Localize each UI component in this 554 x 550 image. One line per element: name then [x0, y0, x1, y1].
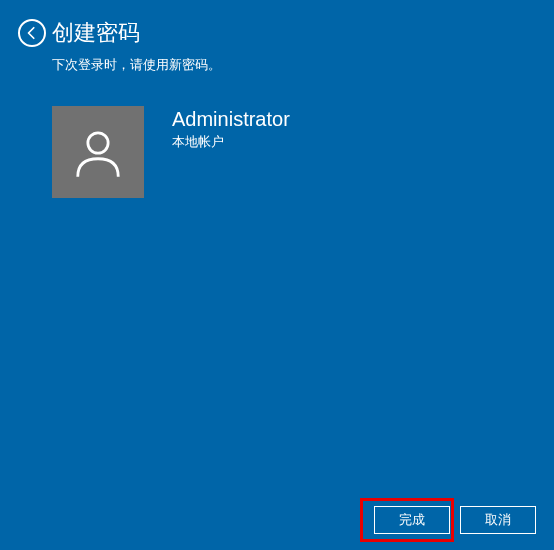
account-name: Administrator — [172, 108, 290, 131]
cancel-button[interactable]: 取消 — [460, 506, 536, 534]
account-type: 本地帐户 — [172, 133, 290, 151]
page-subtitle: 下次登录时，请使用新密码。 — [0, 56, 554, 74]
back-button[interactable] — [18, 19, 46, 47]
svg-point-0 — [88, 133, 108, 153]
avatar — [52, 106, 144, 198]
finish-button[interactable]: 完成 — [374, 506, 450, 534]
arrow-left-icon — [25, 26, 39, 40]
page-title: 创建密码 — [52, 18, 140, 48]
user-icon — [71, 125, 125, 179]
account-block: Administrator 本地帐户 — [0, 106, 554, 198]
